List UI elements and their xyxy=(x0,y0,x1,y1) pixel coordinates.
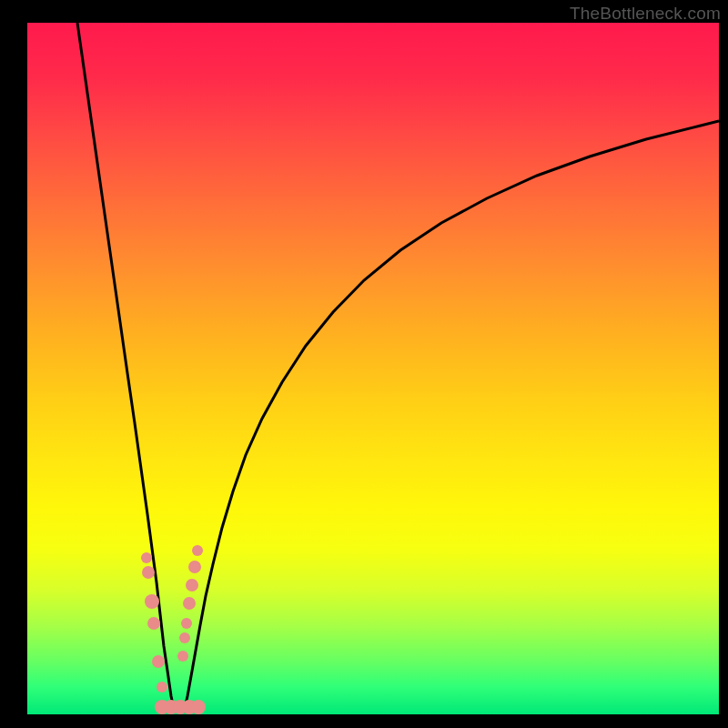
watermark-text: TheBottleneck.com xyxy=(570,4,721,24)
data-marker xyxy=(147,617,160,630)
data-marker xyxy=(186,579,198,592)
data-marker xyxy=(142,566,155,579)
data-marker xyxy=(152,655,165,668)
right-curve xyxy=(184,121,719,713)
marker-group xyxy=(141,545,206,714)
data-marker xyxy=(177,651,188,662)
data-marker xyxy=(157,682,167,693)
curve-svg xyxy=(27,23,719,714)
data-marker xyxy=(181,618,192,629)
left-curve xyxy=(77,23,175,713)
data-marker xyxy=(183,597,196,610)
data-marker xyxy=(192,545,203,556)
data-marker xyxy=(145,594,159,609)
data-marker xyxy=(141,552,152,563)
data-marker xyxy=(191,700,206,714)
data-marker xyxy=(179,632,190,643)
chart-area xyxy=(27,23,719,714)
data-marker xyxy=(188,561,201,573)
